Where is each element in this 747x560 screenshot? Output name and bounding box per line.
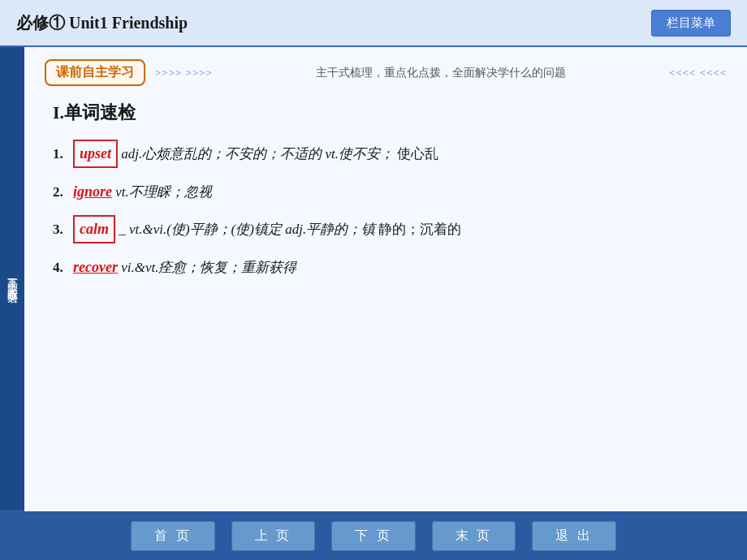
vocab-num-2: 2. xyxy=(53,184,63,200)
vocab-word-4: recover xyxy=(73,259,118,275)
next-page-button[interactable]: 下 页 xyxy=(331,521,415,551)
bottom-nav: 首 页 上 页 下 页 末 页 退 出 xyxy=(0,511,747,560)
vocab-word-1: upset xyxy=(73,140,118,168)
section-title: I.单词速检 xyxy=(53,101,719,125)
section-subtitle: 主干式梳理，重点化点拨，全面解决学什么的问题 xyxy=(222,66,659,80)
vocab-word-3: calm xyxy=(73,215,115,243)
section-tag: 课前自主学习 xyxy=(45,59,145,86)
top-bar: 必修① Unit1 Friendship 栏目菜单 xyxy=(0,0,747,47)
vocab-word-2: ignore xyxy=(73,183,112,200)
vocab-def-1b: 使心乱 xyxy=(397,146,438,162)
section-header: 课前自主学习 >>>> >>>> 主干式梳理，重点化点拨，全面解决学什么的问题 … xyxy=(45,59,727,86)
content-area: I.单词速检 1. upset adj.心烦意乱的；不安的；不适的 vt.使不安… xyxy=(45,101,727,280)
vocab-num-4: 4. xyxy=(53,260,63,275)
vocab-item-3: 3. calm _ vt.&vi.(使)平静；(使)镇定 adj.平静的；镇 静… xyxy=(53,215,719,243)
last-page-button[interactable]: 末 页 xyxy=(432,521,516,551)
vocab-item-4: 4. recover vi.&vt.痊愈；恢复；重新获得 xyxy=(53,255,719,280)
sidebar-label: 高三大一轮（人教版英语） xyxy=(5,269,19,288)
main-content: 课前自主学习 >>>> >>>> 主干式梳理，重点化点拨，全面解决学什么的问题 … xyxy=(24,47,747,511)
page-title: 必修① Unit1 Friendship xyxy=(16,12,188,34)
vocab-num-3: 3. xyxy=(53,222,63,237)
first-page-button[interactable]: 首 页 xyxy=(131,521,214,551)
vocab-def-2: vt.不理睬；忽视 xyxy=(115,184,212,200)
vocab-num-1: 1. xyxy=(53,146,63,162)
vocab-def-3: _ vt.&vi.(使)平静；(使)镇定 adj.平静的；镇 xyxy=(119,222,375,237)
sidebar: 高三大一轮（人教版英语） xyxy=(0,47,24,510)
vocab-item-2: 2. ignore vt.不理睬；忽视 xyxy=(53,179,719,205)
vocab-def-3b: 静的；沉着的 xyxy=(378,222,461,237)
section-arrows-right: <<<< <<<< xyxy=(669,67,727,80)
section-arrows-left: >>>> >>>> xyxy=(155,67,213,80)
menu-button[interactable]: 栏目菜单 xyxy=(651,10,731,37)
exit-button[interactable]: 退 出 xyxy=(532,521,615,551)
vocab-def-1: adj.心烦意乱的；不安的；不适的 vt.使不安； xyxy=(121,146,394,162)
vocab-def-4: vi.&vt.痊愈；恢复；重新获得 xyxy=(121,260,296,275)
prev-page-button[interactable]: 上 页 xyxy=(231,521,315,551)
vocab-item-1: 1. upset adj.心烦意乱的；不安的；不适的 vt.使不安； 使心乱 xyxy=(53,140,719,168)
